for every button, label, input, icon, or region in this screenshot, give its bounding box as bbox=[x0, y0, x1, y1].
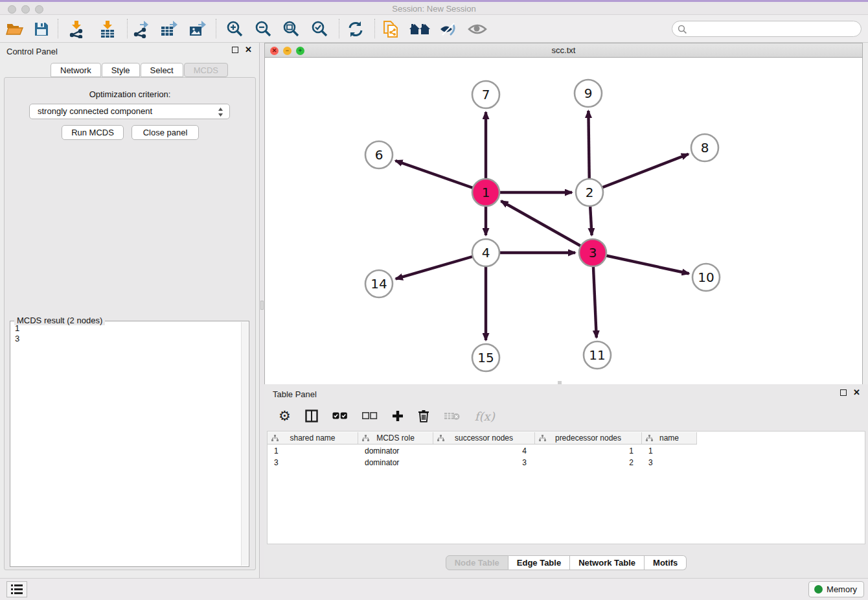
main-toolbar bbox=[0, 15, 868, 43]
tab-network-table[interactable]: Network Table bbox=[570, 555, 645, 570]
delete-column-icon[interactable] bbox=[418, 407, 429, 425]
application-window: Session: New Session bbox=[0, 0, 868, 600]
import-network-icon[interactable] bbox=[65, 19, 87, 40]
function-builder-icon: f(x) bbox=[475, 407, 495, 425]
session-title: Session: New Session bbox=[0, 4, 868, 14]
memory-button[interactable]: Memory bbox=[808, 581, 864, 597]
tab-motifs[interactable]: Motifs bbox=[645, 555, 687, 570]
table-panel-title: Table Panel bbox=[273, 389, 317, 399]
tab-network[interactable]: Network bbox=[51, 63, 101, 77]
close-table-panel-icon[interactable]: ✕ bbox=[853, 389, 860, 396]
column-header-successor-nodes[interactable]: successor nodes bbox=[433, 432, 535, 444]
table-cell[interactable]: 1 bbox=[642, 446, 697, 456]
chevron-up-down-icon bbox=[217, 106, 224, 122]
save-session-icon[interactable] bbox=[30, 19, 52, 40]
mcds-result-box: MCDS result (2 nodes) 1 3 bbox=[10, 321, 249, 567]
optimization-criterion-select[interactable]: strongly connected component bbox=[29, 104, 230, 119]
zoom-in-icon[interactable] bbox=[223, 19, 246, 40]
visibility-off-icon[interactable] bbox=[437, 19, 459, 40]
export-image-icon[interactable] bbox=[187, 19, 209, 40]
panel-splitter[interactable] bbox=[259, 43, 264, 578]
close-panel-button[interactable]: Close panel bbox=[131, 125, 199, 140]
open-session-icon[interactable] bbox=[4, 19, 26, 40]
network-view[interactable]: 1234678910111415 bbox=[264, 58, 863, 384]
column-header-predecessor-nodes[interactable]: predecessor nodes bbox=[535, 432, 642, 444]
search-box bbox=[672, 21, 862, 37]
select-all-icon[interactable] bbox=[332, 407, 348, 425]
network-window-title: scc.txt bbox=[265, 45, 862, 55]
home-icon[interactable] bbox=[409, 19, 431, 40]
network-graph[interactable]: 1234678910111415 bbox=[265, 58, 862, 384]
status-bar: Memory bbox=[0, 578, 868, 600]
table-body: 1dominator4113dominator323 bbox=[268, 444, 865, 468]
node-label-6: 6 bbox=[375, 147, 383, 163]
edge-3-10[interactable] bbox=[593, 253, 689, 273]
table-cell[interactable]: 2 bbox=[535, 457, 642, 468]
table-tabs: Node TableEdge TableNetwork TableMotifs bbox=[264, 555, 868, 570]
export-network-icon[interactable] bbox=[130, 19, 152, 40]
tab-style[interactable]: Style bbox=[102, 63, 140, 77]
tab-select[interactable]: Select bbox=[141, 63, 183, 77]
network-file-icon[interactable] bbox=[380, 19, 402, 40]
table-row[interactable]: 3dominator323 bbox=[268, 457, 697, 468]
node-label-9: 9 bbox=[584, 86, 593, 101]
tab-node-table[interactable]: Node Table bbox=[446, 555, 508, 570]
export-table-icon[interactable] bbox=[158, 19, 180, 40]
network-window-titlebar[interactable]: ✕ − + scc.txt bbox=[264, 43, 863, 58]
task-history-button[interactable] bbox=[6, 581, 27, 597]
list-icon bbox=[11, 584, 23, 594]
import-table-icon[interactable] bbox=[97, 19, 119, 40]
mcds-result-scrollbar[interactable] bbox=[241, 322, 248, 566]
split-view-icon[interactable] bbox=[305, 407, 318, 425]
node-label-7: 7 bbox=[482, 87, 490, 102]
add-column-icon[interactable] bbox=[392, 407, 404, 425]
node-table: shared nameMCDS rolesuccessor nodesprede… bbox=[267, 431, 865, 544]
mcds-result-text[interactable]: 1 3 bbox=[12, 323, 240, 565]
delete-table-icon bbox=[444, 407, 461, 425]
deselect-all-icon[interactable] bbox=[362, 407, 378, 425]
table-header-row: shared nameMCDS rolesuccessor nodesprede… bbox=[268, 432, 697, 444]
table-toolbar: ⚙ f(x) bbox=[269, 404, 863, 428]
splitter-grip[interactable] bbox=[260, 301, 264, 310]
control-panel-header: Control Panel ✕ bbox=[0, 43, 259, 62]
node-label-10: 10 bbox=[698, 270, 714, 285]
node-label-15: 15 bbox=[477, 350, 494, 365]
table-cell[interactable]: dominator bbox=[358, 446, 433, 456]
tab-mcds[interactable]: MCDS bbox=[184, 63, 228, 77]
node-label-1: 1 bbox=[482, 185, 490, 200]
node-label-8: 8 bbox=[701, 140, 709, 156]
zoom-fit-icon[interactable] bbox=[280, 19, 302, 40]
table-cell[interactable]: dominator bbox=[358, 457, 433, 468]
table-cell[interactable]: 1 bbox=[268, 446, 358, 456]
float-table-panel-icon[interactable] bbox=[840, 389, 847, 396]
float-panel-icon[interactable] bbox=[232, 47, 238, 53]
edge-3-1[interactable] bbox=[501, 201, 593, 253]
zoom-out-icon[interactable] bbox=[252, 19, 274, 40]
title-bar: Session: New Session bbox=[0, 0, 868, 15]
search-input[interactable] bbox=[689, 23, 854, 35]
close-panel-icon[interactable]: ✕ bbox=[245, 47, 252, 53]
zoom-selected-icon[interactable] bbox=[308, 19, 330, 40]
control-panel-title: Control Panel bbox=[6, 47, 58, 56]
tab-edge-table[interactable]: Edge Table bbox=[508, 555, 570, 570]
table-cell[interactable]: 3 bbox=[642, 457, 697, 468]
column-header-shared-name[interactable]: shared name bbox=[268, 432, 358, 444]
optimization-criterion-label: Optimization criterion: bbox=[5, 89, 255, 99]
run-mcds-button[interactable]: Run MCDS bbox=[62, 125, 124, 140]
refresh-icon[interactable] bbox=[345, 19, 367, 40]
mcds-panel: Optimization criterion: strongly connect… bbox=[4, 77, 256, 570]
column-settings-icon[interactable]: ⚙ bbox=[279, 407, 291, 425]
column-header-name[interactable]: name bbox=[642, 432, 697, 444]
table-cell[interactable]: 1 bbox=[535, 446, 642, 456]
edge-2-8[interactable] bbox=[589, 154, 689, 192]
table-cell[interactable]: 3 bbox=[433, 457, 535, 468]
node-label-2: 2 bbox=[586, 185, 594, 200]
table-cell[interactable]: 3 bbox=[268, 457, 358, 468]
memory-status-icon bbox=[814, 585, 823, 594]
node-label-11: 11 bbox=[589, 347, 605, 363]
visibility-on-icon[interactable] bbox=[466, 19, 488, 40]
column-header-MCDS-role[interactable]: MCDS role bbox=[358, 432, 433, 444]
table-cell[interactable]: 4 bbox=[433, 446, 535, 456]
memory-label: Memory bbox=[827, 584, 857, 594]
table-row[interactable]: 1dominator411 bbox=[268, 446, 697, 456]
